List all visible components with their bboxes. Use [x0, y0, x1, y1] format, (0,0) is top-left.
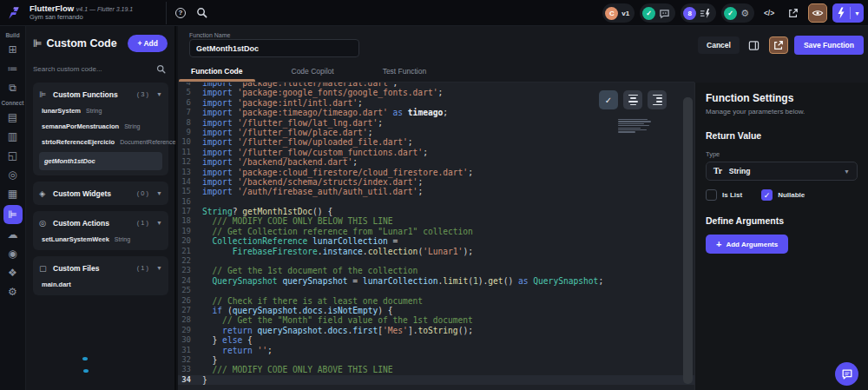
code-line[interactable]: 26 // Check if there is at least one doc… — [178, 296, 694, 306]
code-line[interactable]: 32 } — [178, 355, 694, 365]
chevron-down-icon[interactable]: ▼ — [156, 265, 162, 271]
code-line[interactable]: 24 QuerySnapshot querySnapshot = lunarCo… — [178, 276, 694, 286]
line-text: import 'package:intl/intl.dart'; — [202, 98, 363, 108]
line-number: 30 — [178, 335, 202, 345]
line-text: return querySnapshot.docs.first['Mes'].t… — [202, 326, 473, 335]
code-line[interactable]: 12import '/backend/backend.dart'; — [178, 157, 694, 167]
line-text: /// MODIFY CODE ONLY ABOVE THIS LINE — [202, 365, 393, 374]
sync-chat-pill[interactable]: ✓ — [640, 3, 675, 23]
help-icon[interactable]: ? — [174, 6, 187, 20]
components-icon[interactable]: ⧉ — [3, 80, 23, 96]
code-line[interactable]: 22 — [178, 256, 694, 266]
run-button[interactable]: ▼ — [832, 3, 864, 23]
return-type-dropdown[interactable]: Tr String ▼ — [706, 162, 858, 181]
code-line[interactable]: 33 /// MODIFY CODE ONLY ABOVE THIS LINE — [178, 365, 694, 374]
code-editor[interactable]: 4import 'package:flutter/material.dart';… — [178, 83, 694, 390]
tab-test-function[interactable]: Test Function — [371, 63, 439, 82]
line-number: 10 — [178, 137, 202, 147]
code-line[interactable]: 9import '/flutter_flow/place.dart'; — [178, 128, 694, 137]
chevron-down-icon[interactable]: ▼ — [156, 190, 162, 196]
settings-icon[interactable]: ⚙ — [3, 284, 23, 301]
code-line[interactable]: 23 // Get the 1st document of the collec… — [178, 266, 694, 275]
chevron-down-icon[interactable]: ▼ — [854, 10, 860, 17]
section-header[interactable]: ◎Custom Actions( 1 )▼ — [39, 216, 162, 229]
section-header[interactable]: ◈Custom Widgets( 0 )▼ — [39, 187, 162, 200]
code-line[interactable]: 16 — [178, 197, 694, 207]
code-line[interactable]: 11import '/flutter_flow/custom_functions… — [178, 148, 694, 157]
line-number: 31 — [178, 346, 202, 355]
code-line[interactable]: 15import '/auth/firebase_auth/auth_util.… — [178, 187, 694, 196]
code-line[interactable]: 13import 'package:cloud_firestore/cloud_… — [178, 168, 694, 177]
theme-icon[interactable]: ❖ — [3, 265, 23, 281]
code-line[interactable]: 20 CollectionReference lunarCollection = — [178, 236, 694, 246]
widget-tree-icon[interactable]: ≔ — [3, 61, 23, 77]
section-header[interactable]: ▢Custom Files( 1 )▼ — [39, 261, 162, 274]
app-values-icon[interactable]: ◱ — [3, 148, 23, 164]
list-item[interactable]: getMonth1stDoc — [39, 152, 162, 170]
search-custom-code-input[interactable] — [33, 65, 156, 73]
version-pill[interactable]: C v1 — [602, 3, 635, 23]
code-line[interactable]: 28 // Get the "Month" field value of the… — [178, 315, 694, 325]
branch-pill[interactable]: 8 — [681, 3, 716, 23]
preview-eye-button[interactable] — [808, 3, 827, 23]
ui-builder-icon[interactable]: ⊞ — [3, 42, 23, 58]
expand-editor-button[interactable] — [769, 36, 788, 54]
align-code-button[interactable] — [648, 90, 667, 109]
chat-fab-button[interactable] — [835, 362, 858, 386]
code-line[interactable]: 25 — [178, 286, 694, 295]
section-header[interactable]: ⊫Custom Functions( 3 )▼ — [39, 88, 162, 101]
data-schema-icon[interactable]: ▥ — [3, 129, 23, 145]
list-item[interactable]: main.dart — [39, 274, 162, 290]
search-icon[interactable] — [194, 6, 208, 20]
flutterflow-logo-icon[interactable] — [0, 0, 26, 26]
tab-function-code[interactable]: Function Code — [179, 63, 255, 82]
api-calls-icon[interactable]: ◎ — [3, 167, 23, 183]
function-name-input[interactable] — [189, 39, 359, 57]
format-code-button[interactable] — [623, 90, 642, 109]
version-avatar: C — [605, 7, 618, 20]
is-list-checkbox[interactable] — [706, 189, 717, 201]
cloud-functions-icon[interactable]: ☁ — [3, 227, 23, 243]
code-line[interactable]: 27 if (querySnapshot.docs.isNotEmpty) { — [178, 306, 694, 315]
code-line[interactable]: 31 return ''; — [178, 346, 694, 355]
build-status-pill[interactable]: ✓ ⚙ — [721, 3, 754, 23]
media-assets-icon[interactable]: ▦ — [3, 186, 23, 202]
code-line[interactable]: 8import '/flutter_flow/lat_lng.dart'; — [178, 118, 694, 128]
code-line[interactable]: 18 /// MODIFY CODE ONLY BELOW THIS LINE — [178, 216, 694, 226]
panel-search-icon[interactable] — [156, 64, 166, 74]
open-external-button[interactable] — [784, 3, 803, 23]
cancel-button[interactable]: Cancel — [698, 36, 740, 54]
code-line[interactable]: 34} — [178, 375, 694, 385]
save-function-button[interactable]: Save Function — [794, 36, 864, 55]
code-line[interactable]: 21 FirebaseFirestore.instance.collection… — [178, 247, 694, 256]
code-minimap[interactable] — [618, 119, 687, 134]
add-button[interactable]: + Add — [128, 35, 168, 52]
automations-icon[interactable]: ◉ — [3, 246, 23, 262]
line-number: 32 — [178, 355, 202, 365]
lightning-icon — [836, 7, 846, 19]
nullable-checkbox[interactable]: ✓ — [761, 189, 773, 201]
toggle-panel-button[interactable] — [746, 36, 763, 54]
list-item[interactable]: lunarSystemString — [39, 101, 162, 116]
code-line[interactable]: 29 return querySnapshot.docs.first['Mes'… — [178, 326, 694, 335]
code-validate-button[interactable]: ✓ — [599, 90, 618, 109]
custom-code-icon[interactable]: ⊫ — [3, 205, 23, 224]
list-item[interactable]: semanaPorMenstruacionString — [39, 116, 162, 132]
code-line[interactable]: 19 // Get Collection reference from "Lun… — [178, 227, 694, 236]
editor-scrollbar[interactable] — [683, 97, 693, 384]
chevron-down-icon[interactable]: ▼ — [156, 220, 162, 226]
line-number: 33 — [178, 365, 202, 374]
code-line[interactable]: 17String? getMonth1stDoc() { — [178, 207, 694, 216]
line-text: import '/auth/firebase_auth/auth_util.da… — [202, 187, 423, 196]
chevron-down-icon[interactable]: ▼ — [156, 91, 162, 97]
tab-code-copilot[interactable]: Code Copilot — [279, 63, 346, 82]
code-line[interactable]: 30 } else { — [178, 335, 694, 345]
code-line[interactable]: 14import '/backend/schema/structs/index.… — [178, 177, 694, 187]
view-code-button[interactable]: </> — [760, 3, 779, 23]
code-line[interactable]: 10import '/flutter_flow/uploaded_file.da… — [178, 137, 694, 147]
build-settings-icon: ⚙ — [740, 8, 749, 19]
add-arguments-button[interactable]: + Add Arguments — [706, 235, 788, 254]
list-item[interactable]: setLunarSystemWeekString — [39, 229, 162, 245]
database-icon[interactable]: ▤ — [3, 109, 23, 126]
list-item[interactable]: strtoReferenceEjercicioDocumentReference — [39, 132, 162, 148]
